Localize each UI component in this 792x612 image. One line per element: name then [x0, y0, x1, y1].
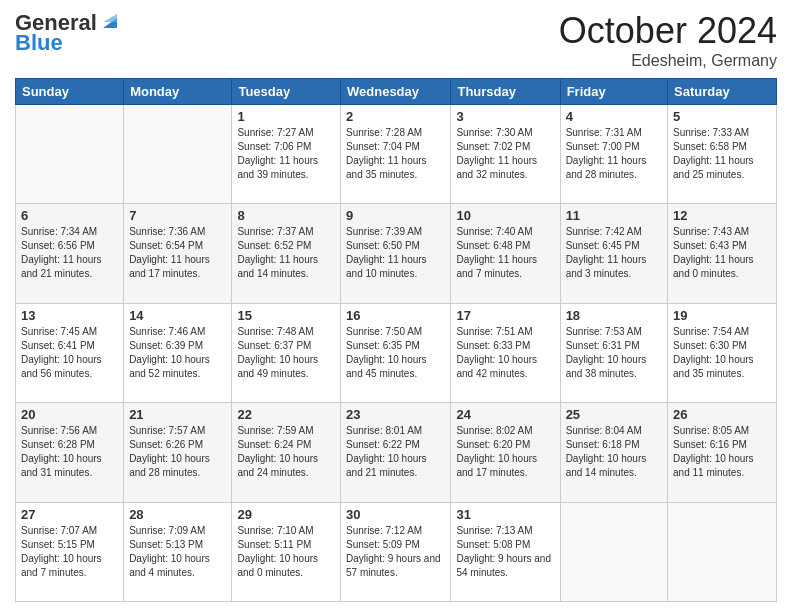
table-row: 10Sunrise: 7:40 AM Sunset: 6:48 PM Dayli… — [451, 204, 560, 303]
day-number: 9 — [346, 208, 445, 223]
day-info: Sunrise: 7:27 AM Sunset: 7:06 PM Dayligh… — [237, 126, 335, 182]
day-info: Sunrise: 8:02 AM Sunset: 6:20 PM Dayligh… — [456, 424, 554, 480]
table-row: 25Sunrise: 8:04 AM Sunset: 6:18 PM Dayli… — [560, 403, 667, 502]
calendar-week-row: 20Sunrise: 7:56 AM Sunset: 6:28 PM Dayli… — [16, 403, 777, 502]
col-friday: Friday — [560, 79, 667, 105]
table-row: 26Sunrise: 8:05 AM Sunset: 6:16 PM Dayli… — [668, 403, 777, 502]
table-row: 4Sunrise: 7:31 AM Sunset: 7:00 PM Daylig… — [560, 105, 667, 204]
day-number: 19 — [673, 308, 771, 323]
day-number: 13 — [21, 308, 118, 323]
day-info: Sunrise: 7:50 AM Sunset: 6:35 PM Dayligh… — [346, 325, 445, 381]
table-row: 24Sunrise: 8:02 AM Sunset: 6:20 PM Dayli… — [451, 403, 560, 502]
table-row: 27Sunrise: 7:07 AM Sunset: 5:15 PM Dayli… — [16, 502, 124, 601]
table-row: 7Sunrise: 7:36 AM Sunset: 6:54 PM Daylig… — [124, 204, 232, 303]
table-row: 30Sunrise: 7:12 AM Sunset: 5:09 PM Dayli… — [341, 502, 451, 601]
day-number: 10 — [456, 208, 554, 223]
day-number: 4 — [566, 109, 662, 124]
table-row: 17Sunrise: 7:51 AM Sunset: 6:33 PM Dayli… — [451, 303, 560, 402]
day-info: Sunrise: 7:48 AM Sunset: 6:37 PM Dayligh… — [237, 325, 335, 381]
day-info: Sunrise: 7:51 AM Sunset: 6:33 PM Dayligh… — [456, 325, 554, 381]
day-number: 14 — [129, 308, 226, 323]
day-number: 20 — [21, 407, 118, 422]
day-number: 5 — [673, 109, 771, 124]
day-info: Sunrise: 7:40 AM Sunset: 6:48 PM Dayligh… — [456, 225, 554, 281]
svg-marker-1 — [103, 14, 117, 22]
day-info: Sunrise: 7:09 AM Sunset: 5:13 PM Dayligh… — [129, 524, 226, 580]
table-row: 28Sunrise: 7:09 AM Sunset: 5:13 PM Dayli… — [124, 502, 232, 601]
table-row: 11Sunrise: 7:42 AM Sunset: 6:45 PM Dayli… — [560, 204, 667, 303]
day-number: 6 — [21, 208, 118, 223]
table-row: 5Sunrise: 7:33 AM Sunset: 6:58 PM Daylig… — [668, 105, 777, 204]
day-number: 2 — [346, 109, 445, 124]
day-info: Sunrise: 7:30 AM Sunset: 7:02 PM Dayligh… — [456, 126, 554, 182]
day-number: 26 — [673, 407, 771, 422]
day-number: 1 — [237, 109, 335, 124]
day-number: 16 — [346, 308, 445, 323]
table-row: 3Sunrise: 7:30 AM Sunset: 7:02 PM Daylig… — [451, 105, 560, 204]
table-row: 20Sunrise: 7:56 AM Sunset: 6:28 PM Dayli… — [16, 403, 124, 502]
day-number: 23 — [346, 407, 445, 422]
day-number: 8 — [237, 208, 335, 223]
table-row: 8Sunrise: 7:37 AM Sunset: 6:52 PM Daylig… — [232, 204, 341, 303]
day-info: Sunrise: 7:59 AM Sunset: 6:24 PM Dayligh… — [237, 424, 335, 480]
day-info: Sunrise: 7:07 AM Sunset: 5:15 PM Dayligh… — [21, 524, 118, 580]
col-sunday: Sunday — [16, 79, 124, 105]
table-row: 9Sunrise: 7:39 AM Sunset: 6:50 PM Daylig… — [341, 204, 451, 303]
table-row — [560, 502, 667, 601]
day-number: 18 — [566, 308, 662, 323]
table-row: 2Sunrise: 7:28 AM Sunset: 7:04 PM Daylig… — [341, 105, 451, 204]
day-number: 17 — [456, 308, 554, 323]
table-row: 6Sunrise: 7:34 AM Sunset: 6:56 PM Daylig… — [16, 204, 124, 303]
day-info: Sunrise: 7:33 AM Sunset: 6:58 PM Dayligh… — [673, 126, 771, 182]
day-number: 27 — [21, 507, 118, 522]
day-number: 3 — [456, 109, 554, 124]
col-tuesday: Tuesday — [232, 79, 341, 105]
calendar-week-row: 13Sunrise: 7:45 AM Sunset: 6:41 PM Dayli… — [16, 303, 777, 402]
day-number: 24 — [456, 407, 554, 422]
day-info: Sunrise: 7:56 AM Sunset: 6:28 PM Dayligh… — [21, 424, 118, 480]
day-number: 11 — [566, 208, 662, 223]
calendar-table: Sunday Monday Tuesday Wednesday Thursday… — [15, 78, 777, 602]
table-row: 18Sunrise: 7:53 AM Sunset: 6:31 PM Dayli… — [560, 303, 667, 402]
day-info: Sunrise: 8:05 AM Sunset: 6:16 PM Dayligh… — [673, 424, 771, 480]
table-row: 12Sunrise: 7:43 AM Sunset: 6:43 PM Dayli… — [668, 204, 777, 303]
table-row — [124, 105, 232, 204]
day-number: 28 — [129, 507, 226, 522]
day-info: Sunrise: 7:45 AM Sunset: 6:41 PM Dayligh… — [21, 325, 118, 381]
day-info: Sunrise: 7:54 AM Sunset: 6:30 PM Dayligh… — [673, 325, 771, 381]
logo: General Blue — [15, 10, 121, 56]
day-number: 29 — [237, 507, 335, 522]
day-info: Sunrise: 7:34 AM Sunset: 6:56 PM Dayligh… — [21, 225, 118, 281]
table-row: 14Sunrise: 7:46 AM Sunset: 6:39 PM Dayli… — [124, 303, 232, 402]
day-number: 30 — [346, 507, 445, 522]
calendar-header-row: Sunday Monday Tuesday Wednesday Thursday… — [16, 79, 777, 105]
day-number: 31 — [456, 507, 554, 522]
day-info: Sunrise: 7:57 AM Sunset: 6:26 PM Dayligh… — [129, 424, 226, 480]
logo-arrow-icon — [99, 10, 121, 32]
day-number: 15 — [237, 308, 335, 323]
table-row — [16, 105, 124, 204]
day-info: Sunrise: 7:42 AM Sunset: 6:45 PM Dayligh… — [566, 225, 662, 281]
table-row: 21Sunrise: 7:57 AM Sunset: 6:26 PM Dayli… — [124, 403, 232, 502]
day-info: Sunrise: 7:43 AM Sunset: 6:43 PM Dayligh… — [673, 225, 771, 281]
col-thursday: Thursday — [451, 79, 560, 105]
calendar-title: October 2024 — [559, 10, 777, 52]
day-info: Sunrise: 7:28 AM Sunset: 7:04 PM Dayligh… — [346, 126, 445, 182]
table-row: 22Sunrise: 7:59 AM Sunset: 6:24 PM Dayli… — [232, 403, 341, 502]
table-row — [668, 502, 777, 601]
table-row: 19Sunrise: 7:54 AM Sunset: 6:30 PM Dayli… — [668, 303, 777, 402]
day-info: Sunrise: 7:31 AM Sunset: 7:00 PM Dayligh… — [566, 126, 662, 182]
day-number: 12 — [673, 208, 771, 223]
col-monday: Monday — [124, 79, 232, 105]
day-info: Sunrise: 7:13 AM Sunset: 5:08 PM Dayligh… — [456, 524, 554, 580]
col-wednesday: Wednesday — [341, 79, 451, 105]
table-row: 1Sunrise: 7:27 AM Sunset: 7:06 PM Daylig… — [232, 105, 341, 204]
calendar-week-row: 6Sunrise: 7:34 AM Sunset: 6:56 PM Daylig… — [16, 204, 777, 303]
day-info: Sunrise: 7:53 AM Sunset: 6:31 PM Dayligh… — [566, 325, 662, 381]
table-row: 15Sunrise: 7:48 AM Sunset: 6:37 PM Dayli… — [232, 303, 341, 402]
day-info: Sunrise: 7:12 AM Sunset: 5:09 PM Dayligh… — [346, 524, 445, 580]
day-number: 25 — [566, 407, 662, 422]
day-number: 22 — [237, 407, 335, 422]
day-info: Sunrise: 7:37 AM Sunset: 6:52 PM Dayligh… — [237, 225, 335, 281]
day-info: Sunrise: 7:10 AM Sunset: 5:11 PM Dayligh… — [237, 524, 335, 580]
